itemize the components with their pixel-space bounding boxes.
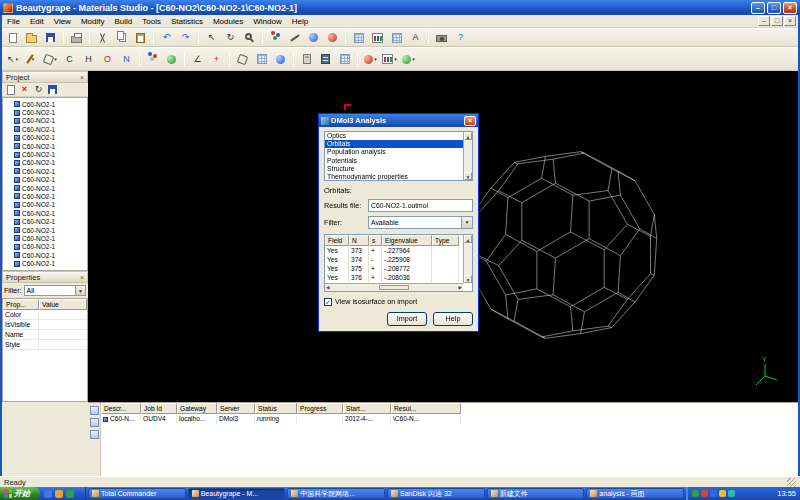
dialog-close-button[interactable]: ×: [464, 116, 476, 126]
column-header[interactable]: s: [369, 235, 382, 246]
menu-modules[interactable]: Modules: [208, 17, 248, 26]
scroll-up-icon[interactable]: ▲: [464, 132, 472, 140]
project-panel-close-icon[interactable]: ×: [80, 74, 84, 81]
scroll-down-icon[interactable]: ▼: [464, 172, 472, 180]
tray-antivirus-icon[interactable]: [701, 490, 708, 497]
job-column-header[interactable]: Descr...: [101, 403, 141, 414]
taskbar-task-3[interactable]: SanDisk 闪迪 32: [387, 488, 485, 499]
save-icon[interactable]: [42, 30, 59, 46]
open-icon[interactable]: [23, 30, 40, 46]
property-row[interactable]: Color: [3, 310, 87, 320]
job-options-icon[interactable]: [90, 430, 99, 439]
bond-tool-icon[interactable]: [286, 30, 303, 46]
job-row[interactable]: C60-N...OUDV4localho...DMol3running2012-…: [101, 414, 798, 424]
element-oxygen-icon[interactable]: O: [99, 51, 116, 67]
resize-grip[interactable]: [787, 478, 796, 487]
taskbar-task-1[interactable]: Beautygrape - M...: [188, 488, 286, 499]
menu-modify[interactable]: Modify: [76, 17, 110, 26]
scrollbar-thumb[interactable]: [379, 285, 409, 290]
job-column-header[interactable]: Server: [217, 403, 255, 414]
job-column-header[interactable]: Resul...: [391, 403, 461, 414]
element-carbon-icon[interactable]: C: [61, 51, 78, 67]
undo-icon[interactable]: ↶: [158, 30, 175, 46]
job-explorer-icon[interactable]: [336, 51, 353, 67]
measure-angle-icon[interactable]: ∠: [189, 51, 206, 67]
tree-item[interactable]: C60-NO2-1: [5, 150, 87, 158]
project-save-icon[interactable]: [46, 84, 59, 96]
orbital-row[interactable]: Yes373+-.227964: [325, 246, 472, 255]
project-refresh-icon[interactable]: ↻: [32, 84, 45, 96]
column-header[interactable]: Type: [432, 235, 459, 246]
chevron-down-icon[interactable]: ▼: [75, 286, 85, 295]
job-column-header[interactable]: Progress: [297, 403, 343, 414]
tree-item[interactable]: C60-NO2-1: [5, 108, 87, 116]
tree-item[interactable]: C60-NO2-1: [5, 176, 87, 184]
scroll-down-icon[interactable]: ▼: [464, 275, 472, 283]
calculation-icon[interactable]: [298, 51, 315, 67]
ie-icon[interactable]: [44, 490, 52, 498]
taskbar-task-2[interactable]: 中国科学院网络...: [287, 488, 385, 499]
tray-shield-icon[interactable]: [692, 490, 699, 497]
menu-statistics[interactable]: Statistics: [166, 17, 208, 26]
import-button[interactable]: Import: [387, 312, 427, 326]
project-tree[interactable]: C60-NO2-1C60-NO2-1C60-NO2-1C60-NO2-1C60-…: [2, 97, 88, 271]
tree-item[interactable]: C60-NO2-1: [5, 117, 87, 125]
sketch-tool-icon[interactable]: ▾: [23, 51, 40, 67]
menu-build[interactable]: Build: [109, 17, 137, 26]
tree-item[interactable]: C60-NO2-1: [5, 243, 87, 251]
display-style-icon[interactable]: ▾: [400, 51, 417, 67]
tree-item[interactable]: C60-NO2-1: [5, 226, 87, 234]
tray-volume-icon[interactable]: [728, 490, 735, 497]
tree-item[interactable]: C60-NO2-1: [5, 159, 87, 167]
ball-stick-icon[interactable]: [324, 30, 341, 46]
scroll-left-icon[interactable]: ◀: [326, 285, 329, 290]
start-button[interactable]: 开始: [0, 487, 40, 500]
select-arrow-icon[interactable]: ↖: [203, 30, 220, 46]
camera-icon[interactable]: [433, 30, 450, 46]
table-vertical-scrollbar[interactable]: ▲▼: [463, 235, 472, 283]
tree-item[interactable]: C60-NO2-1: [5, 217, 87, 225]
results-file-input[interactable]: C60-NO2-1.outmol: [368, 199, 473, 212]
cpk-display-icon[interactable]: [305, 30, 322, 46]
project-new-icon[interactable]: [4, 84, 17, 96]
paste-icon[interactable]: [132, 30, 149, 46]
element-nitrogen-icon[interactable]: N: [118, 51, 135, 67]
column-header[interactable]: Eigenvalue: [382, 235, 432, 246]
analysis-option[interactable]: Population analysis: [325, 148, 472, 156]
mdi-close-button[interactable]: ×: [784, 16, 796, 26]
zoom-icon[interactable]: [241, 30, 258, 46]
tree-item[interactable]: C60-NO2-1: [5, 125, 87, 133]
maximize-button[interactable]: □: [767, 2, 781, 14]
element-hydrogen-icon[interactable]: H: [80, 51, 97, 67]
menu-view[interactable]: View: [49, 17, 76, 26]
chart-view-icon[interactable]: [369, 30, 386, 46]
clean-structure-icon[interactable]: [163, 51, 180, 67]
tree-item[interactable]: C60-NO2-1: [5, 201, 87, 209]
tray-update-icon[interactable]: [719, 490, 726, 497]
menu-help[interactable]: Help: [287, 17, 313, 26]
minimize-button[interactable]: –: [751, 2, 765, 14]
job-column-header[interactable]: Gateway: [177, 403, 217, 414]
text-label-icon[interactable]: A: [407, 30, 424, 46]
table-view-icon[interactable]: [388, 30, 405, 46]
select-tool-icon[interactable]: ↖▾: [4, 51, 21, 67]
tree-item[interactable]: C60-NO2-1: [5, 259, 87, 267]
rotate-view-icon[interactable]: ↻: [222, 30, 239, 46]
cut-icon[interactable]: [94, 30, 111, 46]
new-document-icon[interactable]: [4, 30, 21, 46]
lattice-icon[interactable]: [350, 30, 367, 46]
sketch-ring-icon[interactable]: ▾: [42, 51, 59, 67]
analysis-option[interactable]: Thermodynamic properties: [325, 173, 472, 181]
property-row[interactable]: Name: [3, 330, 87, 340]
job-column-header[interactable]: Job Id: [141, 403, 177, 414]
job-view-icon[interactable]: [90, 406, 99, 415]
menu-file[interactable]: File: [2, 17, 25, 26]
help-button[interactable]: Help: [433, 312, 473, 326]
print-icon[interactable]: [68, 30, 85, 46]
taskbar-task-5[interactable]: analysis - 画图: [586, 488, 684, 499]
scroll-up-icon[interactable]: ▲: [464, 235, 472, 243]
tree-item[interactable]: C60-NO2-1: [5, 251, 87, 259]
menu-window[interactable]: Window: [248, 17, 286, 26]
redo-icon[interactable]: ↷: [177, 30, 194, 46]
analysis-option[interactable]: Optics: [325, 132, 472, 140]
